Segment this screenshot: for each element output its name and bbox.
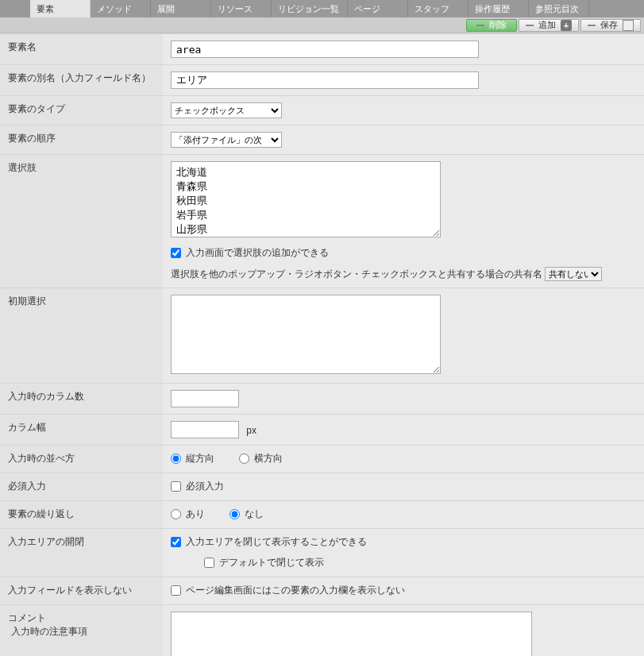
collapse-check-label: 入力エリアを閉じて表示することができる (186, 535, 367, 549)
options-textarea[interactable]: 北海道 青森県 秋田県 岩手県 山形県 (171, 161, 441, 237)
label-options: 選択肢 (0, 155, 163, 288)
name-input[interactable] (171, 41, 479, 58)
collapse-default-row[interactable]: デフォルトで閉じて表示 (204, 556, 324, 569)
orient-vertical-label: 縦方向 (186, 452, 214, 465)
options-addable-label: 入力画面で選択肢の追加ができる (186, 246, 329, 260)
orient-horizontal-label: 横方向 (254, 452, 283, 465)
label-columns: 入力時のカラム数 (0, 384, 163, 415)
minus-icon (588, 25, 596, 26)
options-addable-row[interactable]: 入力画面で選択肢の追加ができる (171, 246, 329, 260)
required-checkbox[interactable] (171, 481, 181, 492)
tab-refs[interactable]: 参照元目次 (529, 0, 589, 17)
initial-textarea[interactable] (171, 295, 441, 374)
tab-revisions[interactable]: リビジョン一覧 (272, 0, 348, 17)
colwidth-input[interactable] (171, 421, 239, 438)
tab-history[interactable]: 操作履歴 (469, 0, 529, 17)
save-button[interactable]: 保存 (580, 19, 641, 32)
required-row[interactable]: 必須入力 (171, 480, 224, 493)
delete-label: 削除 (489, 19, 507, 31)
repeat-no-radio[interactable] (229, 509, 240, 519)
label-colwidth: カラム幅 (0, 415, 163, 446)
share-label: 選択肢を他のポップアップ・ラジオボタン・チェックボックスと共有する場合の共有名 (171, 268, 542, 280)
collapse-default-checkbox[interactable] (204, 558, 214, 568)
repeat-yes-radio[interactable] (171, 509, 181, 519)
label-alias: 要素の別名（入力フィールド名） (0, 65, 163, 96)
share-select[interactable]: 共有しない (545, 267, 602, 281)
comment-textarea[interactable] (171, 612, 532, 656)
label-required: 必須入力 (0, 473, 163, 501)
form-table: 要素名 要素の別名（入力フィールド名） 要素のタイプ チェックボックス 要素の順… (0, 33, 644, 656)
repeat-yes-row[interactable]: あり (171, 507, 205, 521)
hide-row[interactable]: ページ編集画面にはこの要素の入力欄を表示しない (171, 584, 405, 597)
label-order: 要素の順序 (0, 125, 163, 155)
save-label: 保存 (600, 19, 618, 31)
tab-spacer (0, 0, 30, 17)
label-type: 要素のタイプ (0, 96, 163, 125)
minus-icon (476, 25, 484, 26)
collapse-row[interactable]: 入力エリアを閉じて表示することができる (171, 535, 367, 549)
tab-expand[interactable]: 展開 (151, 0, 211, 17)
action-bar: 削除 追加 + 保存 (0, 17, 644, 33)
collapse-default-label: デフォルトで閉じて表示 (219, 556, 324, 569)
save-icon (623, 20, 634, 31)
options-addable-checkbox[interactable] (171, 248, 181, 258)
label-orient: 入力時の並べ方 (0, 446, 163, 473)
repeat-yes-label: あり (186, 507, 205, 521)
orient-vertical-row[interactable]: 縦方向 (171, 452, 214, 465)
px-label: px (246, 425, 256, 436)
required-check-label: 必須入力 (186, 480, 224, 493)
alias-input[interactable] (171, 71, 479, 89)
type-select[interactable]: チェックボックス (171, 102, 282, 118)
repeat-no-row[interactable]: なし (229, 507, 264, 521)
label-initial: 初期選択 (0, 288, 163, 384)
hide-check-label: ページ編集画面にはこの要素の入力欄を表示しない (186, 584, 405, 597)
orient-horizontal-row[interactable]: 横方向 (239, 452, 283, 465)
add-label: 追加 (538, 19, 556, 31)
orient-horizontal-radio[interactable] (239, 453, 249, 464)
label-name: 要素名 (0, 34, 163, 65)
minus-icon (526, 25, 534, 26)
label-comment: コメント 入力時の注意事項 (0, 605, 163, 657)
orient-vertical-radio[interactable] (171, 453, 181, 464)
tab-staff[interactable]: スタッフ (408, 0, 469, 17)
label-hide: 入力フィールドを表示しない (0, 577, 163, 605)
tab-resource[interactable]: リソース (211, 0, 272, 17)
plus-icon: + (561, 20, 572, 31)
add-button[interactable]: 追加 + (519, 19, 579, 32)
label-repeat: 要素の繰り返し (0, 501, 163, 529)
collapse-checkbox[interactable] (171, 537, 181, 547)
tab-element[interactable]: 要素 (30, 0, 91, 17)
tab-page[interactable]: ページ (348, 0, 408, 17)
repeat-no-label: なし (245, 507, 264, 521)
label-collapse: 入力エリアの開閉 (0, 529, 163, 577)
delete-button[interactable]: 削除 (466, 19, 517, 32)
order-select[interactable]: 「添付ファイル」の次 (171, 132, 282, 148)
tab-bar: 要素 メソッド 展開 リソース リビジョン一覧 ページ スタッフ 操作履歴 参照… (0, 0, 644, 17)
tab-method[interactable]: メソッド (91, 0, 151, 17)
hide-checkbox[interactable] (171, 585, 181, 596)
columns-input[interactable] (171, 390, 239, 407)
